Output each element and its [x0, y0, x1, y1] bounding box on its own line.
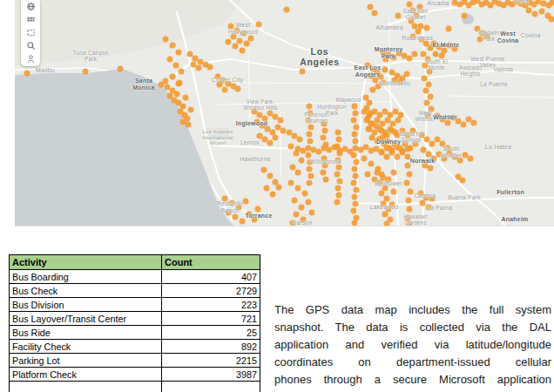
map-dot: [526, 8, 532, 14]
map-dot: [240, 219, 246, 225]
map-dot: [292, 198, 298, 204]
gps-map[interactable]: MalibuTuna Canyon ParkSanta MonicaWest H…: [15, 0, 554, 226]
map-dot: [252, 217, 258, 223]
map-dot: [439, 53, 445, 59]
map-dot: [406, 198, 412, 204]
map-dot: [176, 50, 182, 56]
person-icon[interactable]: [21, 52, 40, 65]
paragraph-line: application and verified via latitude/lo…: [274, 336, 551, 354]
map-dot: [471, 120, 477, 126]
basemap-grid-icon[interactable]: [21, 13, 40, 26]
map-dot: [309, 210, 315, 216]
map-dot: [352, 166, 358, 172]
map-dot: [424, 25, 430, 31]
map-dot: [307, 180, 313, 186]
paragraph-line: coordinates on department-issued cellula…: [274, 354, 551, 371]
map-dot: [462, 13, 468, 19]
map-dot: [427, 69, 433, 75]
map-dot: [334, 172, 341, 178]
map-dot: [280, 128, 287, 134]
map-dot: [410, 34, 416, 40]
count-cell: 892: [162, 340, 260, 354]
map-dot: [407, 2, 413, 8]
count-cell: 223: [162, 298, 260, 312]
table-row: Facility Check892: [10, 340, 260, 354]
activity-cell: Bus Check: [10, 284, 162, 298]
map-dot: [306, 118, 312, 124]
map-dot: [418, 24, 424, 30]
map-dot: [179, 69, 185, 75]
map-dot: [408, 189, 414, 195]
map-dot: [389, 202, 395, 208]
document-page: MalibuTuna Canyon ParkSanta MonicaWest H…: [0, 0, 554, 392]
map-dot: [386, 177, 392, 183]
map-dot: [423, 88, 429, 94]
map-dot: [381, 201, 387, 207]
table-row: Bus Division223: [10, 298, 260, 312]
map-dot: [420, 200, 426, 206]
globe-icon[interactable]: [21, 0, 40, 13]
map-dot: [323, 142, 329, 148]
activity-cell: Bus Division: [10, 298, 162, 312]
activity-table-body: Bus Boarding407Bus Check2729Bus Division…: [10, 270, 260, 392]
map-dot: [188, 107, 194, 113]
table-header-row: Activity Count: [10, 255, 260, 270]
map-dot: [549, 17, 554, 23]
map-dot: [428, 94, 434, 100]
activity-cell: Bus Layover/Transit Center: [10, 312, 162, 326]
map-dot: [377, 180, 383, 186]
map-dot: [404, 180, 410, 186]
map-dot: [446, 26, 452, 32]
map-dot: [226, 39, 232, 45]
map-dot: [352, 220, 358, 226]
map-dot: [229, 200, 235, 206]
map-dot: [379, 172, 385, 178]
map-dot: [247, 212, 253, 218]
map-dot: [353, 173, 359, 179]
map-dot: [336, 137, 342, 143]
map-dot: [417, 4, 423, 10]
map-dot: [370, 87, 376, 93]
map-dot: [183, 95, 189, 101]
map-dot: [321, 121, 328, 127]
map-dot: [407, 206, 413, 213]
map-dot: [407, 56, 413, 62]
map-dot: [255, 206, 261, 213]
map-dot: [424, 100, 430, 106]
map-dot: [351, 180, 357, 186]
map-dot: [431, 156, 437, 162]
map-dot: [186, 122, 192, 128]
map-dot: [351, 118, 357, 124]
map-dot: [460, 178, 466, 184]
map-dot: [307, 104, 313, 110]
search-icon[interactable]: [21, 39, 40, 52]
map-dot: [176, 81, 182, 87]
map-dot: [241, 30, 247, 37]
map-dot: [391, 189, 397, 195]
map-dot: [233, 214, 239, 220]
table-row: Bus Layover/Transit Center721: [10, 312, 260, 326]
map-dot: [207, 64, 213, 71]
paragraph-line: phones through a secure Microsoft applic…: [274, 371, 551, 389]
map-dot: [429, 106, 435, 112]
map-dot: [234, 28, 240, 34]
map-dot: [273, 135, 279, 141]
map-dot: [174, 91, 180, 98]
map-dot: [226, 210, 232, 216]
map-dot: [307, 166, 313, 172]
map-dot: [372, 10, 378, 17]
map-dot: [295, 186, 301, 192]
map-dot: [322, 163, 328, 169]
count-cell: 407: [162, 270, 260, 284]
map-dot: [261, 167, 267, 173]
map-dot: [236, 205, 242, 211]
count-cell: 2215: [162, 354, 260, 368]
map-dot: [290, 220, 296, 226]
count-cell: 25: [162, 326, 260, 340]
rectangle-select-icon[interactable]: [21, 26, 40, 39]
map-dot: [173, 63, 179, 69]
map-dot: [170, 43, 176, 49]
map-dot: [299, 158, 305, 164]
map-dot: [461, 122, 467, 128]
map-dot: [321, 135, 327, 141]
